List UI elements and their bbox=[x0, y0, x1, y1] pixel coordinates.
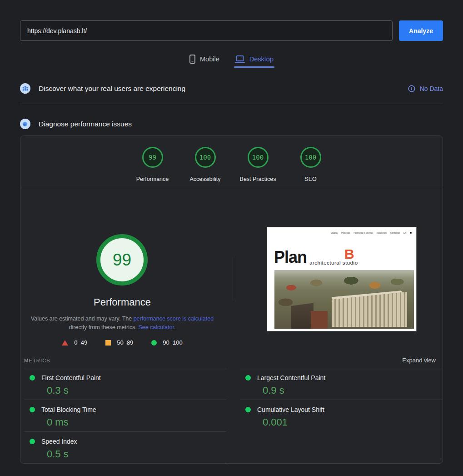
tab-desktop-label: Desktop bbox=[249, 55, 274, 63]
discover-section-title: Discover what your real users are experi… bbox=[39, 85, 185, 93]
score-gauge-accessibility[interactable]: 100 Accessibility bbox=[179, 147, 232, 182]
thumbnail-site-nav: Studija Projektai Partneriai ir klientai… bbox=[330, 231, 412, 234]
score-calc-link[interactable]: performance score is calculated bbox=[134, 316, 214, 322]
logo-plan-text: Plan bbox=[274, 249, 307, 266]
tab-desktop[interactable]: Desktop bbox=[235, 55, 274, 68]
expand-view-button[interactable]: Expand view bbox=[402, 357, 436, 364]
photo-building-red bbox=[311, 311, 328, 329]
metric-total-blocking-time: Total Blocking Time 0 ms bbox=[24, 400, 226, 431]
url-input[interactable] bbox=[20, 20, 393, 41]
discover-section-header: Discover what your real users are experi… bbox=[20, 83, 443, 94]
score-legend: 0–49 50–89 90–100 bbox=[20, 339, 224, 346]
real-users-icon bbox=[20, 83, 30, 94]
thumb-nav-item: Kontaktai bbox=[390, 231, 400, 234]
performance-score-gauge: 99 bbox=[96, 234, 148, 286]
metric-value: 0.001 bbox=[263, 416, 443, 428]
green-circle-icon bbox=[151, 340, 157, 346]
red-triangle-icon bbox=[62, 340, 68, 346]
pagespeed-report: Analyze Mobile Desktop bbox=[0, 20, 463, 464]
desktop-monitor-icon bbox=[235, 55, 245, 63]
score-disclaimer: Values are estimated and may vary. The p… bbox=[27, 315, 218, 332]
tab-mobile[interactable]: Mobile bbox=[189, 55, 219, 68]
disclaimer-text: Values are estimated and may vary. The bbox=[31, 316, 134, 322]
section-divider bbox=[20, 104, 443, 104]
orange-square-icon bbox=[105, 340, 111, 346]
vertical-divider bbox=[233, 257, 233, 301]
category-scores-row: 99 Performance 100 Accessibility 100 Bes… bbox=[20, 136, 443, 182]
score-gauge-performance[interactable]: 99 Performance bbox=[126, 147, 179, 182]
metric-name: First Contentful Paint bbox=[41, 374, 101, 381]
metrics-heading: METRICS bbox=[24, 358, 50, 363]
metrics-column-right: Largest Contentful Paint 0.9 s Cumulativ… bbox=[240, 368, 443, 463]
score-label: Accessibility bbox=[189, 176, 220, 182]
metrics-header: METRICS Expand view bbox=[24, 357, 436, 364]
thumb-nav-item: Partneriai ir klientai bbox=[353, 231, 373, 234]
legend-pass: 90–100 bbox=[151, 339, 182, 346]
metric-value: 0.3 s bbox=[47, 385, 226, 396]
legend-range: 50–89 bbox=[117, 339, 133, 346]
green-dot-icon bbox=[245, 375, 251, 381]
metrics-column-left: First Contentful Paint 0.3 s Total Block… bbox=[24, 368, 226, 463]
metric-name: Largest Contentful Paint bbox=[257, 374, 325, 381]
score-gauge-best-practices[interactable]: 100 Best Practices bbox=[232, 147, 284, 182]
diagnose-gauge-icon bbox=[20, 119, 30, 129]
legend-range: 90–100 bbox=[163, 339, 182, 346]
performance-title: Performance bbox=[20, 296, 224, 308]
metric-name: Speed Index bbox=[41, 438, 77, 445]
logo-b-text: B bbox=[344, 247, 354, 261]
metric-first-contentful-paint: First Contentful Paint 0.3 s bbox=[24, 368, 226, 400]
thumb-nav-item: En bbox=[403, 231, 406, 234]
green-dot-icon bbox=[30, 375, 35, 381]
metric-name: Total Blocking Time bbox=[41, 406, 96, 413]
lighthouse-report-card: 99 Performance 100 Accessibility 100 Bes… bbox=[20, 135, 443, 464]
metric-value: 0.5 s bbox=[47, 448, 226, 460]
url-bar: Analyze bbox=[20, 20, 443, 41]
mobile-phone-icon bbox=[189, 55, 195, 64]
score-value: 100 bbox=[195, 147, 216, 168]
no-data-label: No Data bbox=[420, 85, 443, 92]
tab-mobile-label: Mobile bbox=[200, 55, 219, 63]
score-value: 99 bbox=[142, 147, 163, 168]
metric-value: 0.9 s bbox=[263, 385, 443, 396]
see-calculator-link[interactable]: See calculator bbox=[138, 324, 174, 331]
metric-cumulative-layout-shift: Cumulative Layout Shift 0.001 bbox=[240, 400, 443, 431]
metric-value: 0 ms bbox=[47, 416, 226, 428]
page-screenshot-thumbnail[interactable]: Studija Projektai Partneriai ir klientai… bbox=[267, 227, 416, 331]
green-dot-icon bbox=[30, 407, 35, 412]
no-data-status[interactable]: No Data bbox=[408, 85, 443, 92]
thumb-nav-item: Projektai bbox=[341, 231, 350, 234]
score-value: 100 bbox=[248, 147, 269, 168]
disclaimer-text: directly from these metrics. bbox=[69, 324, 139, 331]
photo-building-left bbox=[291, 303, 314, 329]
score-label: SEO bbox=[304, 176, 316, 182]
diagnose-section-title: Diagnose performance issues bbox=[39, 120, 132, 128]
thumbnail-hero-photo bbox=[274, 270, 414, 329]
score-label: Performance bbox=[136, 176, 169, 182]
card-divider bbox=[20, 187, 443, 187]
info-icon bbox=[408, 85, 415, 92]
score-label: Best Practices bbox=[240, 176, 276, 182]
legend-fail: 0–49 bbox=[62, 339, 87, 346]
green-dot-icon bbox=[245, 407, 251, 412]
metric-largest-contentful-paint: Largest Contentful Paint 0.9 s bbox=[240, 368, 443, 400]
metrics-grid: First Contentful Paint 0.3 s Total Block… bbox=[24, 368, 443, 463]
thumb-nav-item: Studija bbox=[330, 231, 337, 234]
score-gauge-seo[interactable]: 100 SEO bbox=[284, 147, 337, 182]
legend-range: 0–49 bbox=[74, 339, 87, 346]
score-value: 100 bbox=[300, 147, 321, 168]
thumb-nav-dot bbox=[410, 232, 412, 234]
disclaimer-text: . bbox=[174, 324, 175, 331]
metric-name: Cumulative Layout Shift bbox=[257, 406, 324, 413]
metric-speed-index: Speed Index 0.5 s bbox=[24, 431, 226, 463]
green-dot-icon bbox=[30, 439, 35, 444]
thumb-nav-item: Naujienos bbox=[377, 231, 387, 234]
legend-average: 50–89 bbox=[105, 339, 133, 346]
analyze-button[interactable]: Analyze bbox=[399, 20, 443, 41]
thumbnail-site-logo: Plan architectural studio B bbox=[274, 249, 358, 266]
diagnose-section-header: Diagnose performance issues bbox=[20, 119, 443, 129]
device-tabs: Mobile Desktop bbox=[20, 55, 443, 68]
